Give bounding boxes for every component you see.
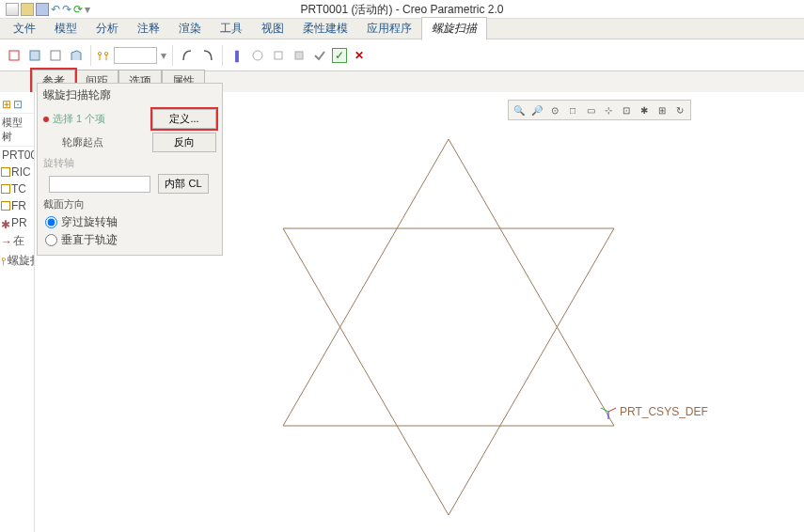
preview2-icon[interactable]	[270, 47, 287, 64]
reverse-button[interactable]: 反向	[152, 133, 216, 152]
zoom-fit-icon[interactable]: ⊙	[546, 102, 563, 117]
svg-rect-4	[275, 52, 282, 59]
axis-label: 旋转轴	[38, 154, 222, 172]
datum-point-icon[interactable]: ⊡	[618, 102, 635, 117]
pitch-input[interactable]	[114, 47, 157, 64]
undo-icon[interactable]: ↶	[51, 3, 60, 16]
verify-icon[interactable]	[311, 47, 328, 64]
csys-label: PRT_CSYS_DEF	[620, 405, 708, 418]
menu-annotate[interactable]: 注释	[128, 18, 169, 39]
dropdown-icon[interactable]: ▾	[85, 3, 90, 16]
cancel-button[interactable]: ✕	[351, 47, 368, 64]
radio-through-axis-input[interactable]	[45, 216, 57, 228]
define-button[interactable]: 定义...	[152, 109, 216, 129]
menu-analysis[interactable]: 分析	[87, 18, 128, 39]
cap-icon[interactable]	[68, 47, 85, 64]
sketch-geometry	[279, 130, 674, 532]
zoom-out-icon[interactable]: 🔎	[528, 102, 545, 117]
tree-node-top[interactable]: TC	[0, 180, 34, 197]
remove-icon[interactable]	[47, 47, 64, 64]
tree-node-front[interactable]: FR	[0, 197, 34, 214]
redo-icon[interactable]: ↷	[62, 3, 71, 16]
menubar: 文件 模型 分析 注释 渲染 工具 视图 柔性建模 应用程序 螺旋扫描	[0, 19, 804, 39]
datum-plane-icon[interactable]: ▭	[582, 102, 599, 117]
sketch-icon[interactable]	[6, 47, 23, 64]
reference-panel: 螺旋扫描轮廓 选择 1 个项 定义... 轮廓起点 反向 旋转轴 内部 CL 截…	[37, 83, 223, 256]
menu-view[interactable]: 视图	[252, 18, 293, 39]
menu-render[interactable]: 渲染	[169, 18, 211, 39]
annotation-icon[interactable]: ⊞	[654, 102, 670, 117]
spin-icon[interactable]: ↻	[671, 102, 688, 117]
menu-file[interactable]: 文件	[4, 18, 45, 39]
svg-rect-2	[51, 51, 60, 60]
display-style-icon[interactable]: □	[564, 102, 581, 117]
preview3-icon[interactable]	[291, 47, 307, 64]
menu-model[interactable]: 模型	[45, 18, 87, 39]
csys-marker: PRT_CSYS_DEF	[599, 402, 708, 421]
datum-axis-icon[interactable]: ⊹	[600, 102, 617, 117]
view-toolbar: 🔍 🔎 ⊙ □ ▭ ⊹ ⊡ ✱ ⊞ ↻	[508, 100, 691, 120]
svg-rect-0	[9, 51, 19, 60]
confirm-button[interactable]: ✓	[332, 48, 347, 63]
panel-title: 螺旋扫描轮廓	[38, 84, 222, 107]
section-dir-label: 截面方向	[38, 196, 222, 213]
tree-node-csys[interactable]: ✱PR	[0, 214, 34, 231]
svg-marker-6	[283, 139, 614, 426]
preview1-icon[interactable]	[249, 47, 266, 64]
internal-cl-button[interactable]: 内部 CL	[158, 174, 209, 194]
open-icon[interactable]	[21, 3, 34, 16]
axis-input[interactable]	[49, 176, 150, 193]
svg-line-10	[601, 408, 608, 412]
svg-marker-7	[283, 228, 614, 515]
bullet-icon	[43, 117, 49, 122]
left-hand-icon[interactable]	[179, 47, 196, 64]
model-tree: ⊞ ⊡ 模型树 PRT00 RIC TC FR ✱PR →在 ⫯螺旋扫描 1	[0, 92, 35, 532]
svg-line-8	[608, 408, 616, 412]
right-hand-icon[interactable]	[199, 47, 216, 64]
new-icon[interactable]	[6, 3, 19, 16]
ribbon: ⫯⫯ ▾ ‖ ✓ ✕	[0, 39, 804, 71]
origin-label: 轮廓起点	[56, 133, 109, 151]
window-title: PRT0001 (活动的) - Creo Parametric 2.0	[0, 0, 804, 19]
tree-node-prt[interactable]: PRT00	[0, 147, 34, 164]
tree-header: 模型树	[0, 114, 34, 147]
surface-icon[interactable]	[26, 47, 43, 64]
regen-icon[interactable]: ⟳	[73, 3, 83, 16]
zoom-in-icon[interactable]: 🔍	[511, 102, 528, 117]
menu-apps[interactable]: 应用程序	[357, 18, 421, 39]
menu-tools[interactable]: 工具	[211, 18, 252, 39]
pause-icon[interactable]: ‖	[229, 47, 245, 64]
select-text[interactable]: 选择 1 个项	[53, 112, 105, 126]
menu-flex[interactable]: 柔性建模	[293, 18, 357, 39]
tree-settings-icon[interactable]: ⊡	[13, 98, 23, 111]
svg-point-3	[253, 51, 262, 60]
svg-rect-1	[30, 51, 39, 60]
radio-normal-traj-input[interactable]	[45, 234, 57, 246]
csys-icon[interactable]: ✱	[636, 102, 653, 117]
pitch-icon: ⫯⫯	[97, 48, 110, 63]
menu-helical-sweep[interactable]: 螺旋扫描	[421, 17, 487, 40]
tree-node-right[interactable]: RIC	[0, 164, 34, 180]
dropdown-icon[interactable]: ▾	[161, 49, 166, 62]
svg-rect-5	[295, 52, 303, 59]
tree-node-insert[interactable]: →在	[0, 231, 34, 251]
save-icon[interactable]	[36, 3, 49, 16]
radio-normal-traj[interactable]: 垂直于轨迹	[38, 231, 222, 249]
radio-through-axis[interactable]: 穿过旋转轴	[38, 213, 222, 231]
tree-icon[interactable]: ⊞	[2, 98, 11, 111]
tree-node-sweep[interactable]: ⫯螺旋扫描 1	[0, 251, 34, 271]
